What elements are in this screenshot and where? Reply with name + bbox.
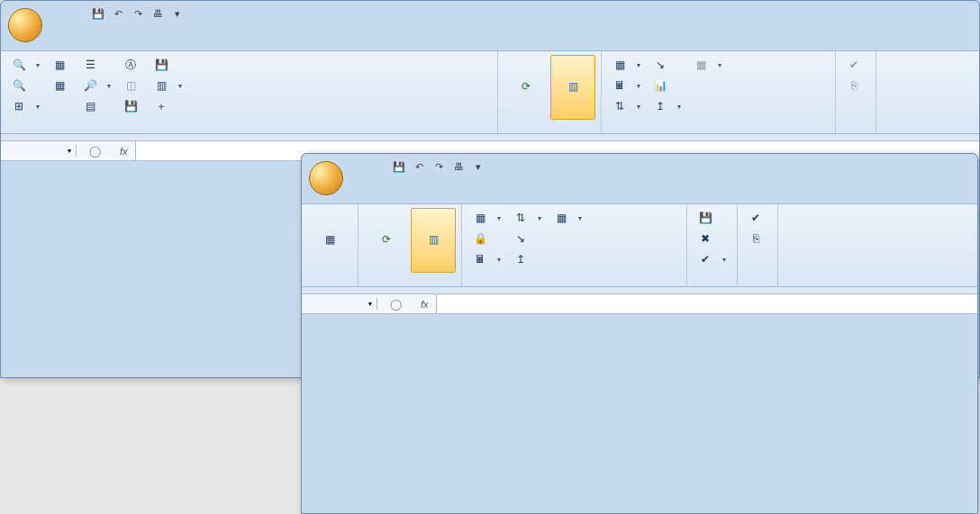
qat-more-icon[interactable]: ▾ [168, 5, 186, 23]
name-box-back[interactable]: ▾ [1, 145, 77, 157]
fx-icon[interactable]: fx [413, 299, 436, 310]
change-alias-button[interactable]: Ⓐ [118, 55, 147, 75]
refresh-button-front[interactable]: ⟳ [364, 208, 409, 273]
group-refresh-pov-front: ⟳ ▥ [358, 204, 462, 286]
group-data-front: ▦ 🔒 🖩 ⇅ ↘ ↥ ▦ [462, 204, 687, 286]
lock-button[interactable]: 🔒 [467, 229, 506, 248]
calculate-button-front[interactable]: 🖩 [467, 249, 506, 269]
smartform-icon: 💾 [154, 58, 168, 72]
cell-icon: ▦ [612, 58, 627, 72]
office-button-front[interactable] [309, 161, 343, 195]
copy-version-button-front[interactable]: ⎘ [743, 229, 772, 248]
redo-icon[interactable]: ↷ [129, 5, 147, 23]
adjust-button-back[interactable]: ⇅ [607, 96, 646, 116]
more-button-back: ▦ [688, 55, 727, 75]
cell-actions-button-back[interactable]: ▦ [607, 55, 646, 75]
calc-icon: 🖩 [473, 252, 487, 266]
title-bar-back: 💾 ↶ ↷ 🖶 ▾ [1, 1, 979, 26]
redo-icon[interactable]: ↷ [430, 158, 448, 176]
undo-icon[interactable]: ↶ [109, 5, 127, 23]
group-label-data-back [607, 130, 830, 131]
cell-actions-button-front[interactable]: ▦ [467, 208, 506, 228]
ribbon-tabs-back [1, 26, 979, 51]
query-icon: 🔎 [83, 78, 97, 93]
submit-button-back[interactable]: ↥ [648, 96, 686, 116]
copy-version-button-back: ⎘ [841, 76, 870, 95]
refresh-button-back[interactable]: ⟳ [504, 55, 549, 120]
copy-icon: ⎘ [847, 78, 861, 93]
fx-cancel-icon[interactable]: ◯ [87, 144, 102, 158]
namebox-dd-icon: ▾ [68, 147, 71, 155]
ribbon-back: 🔍 🔍 ⊞ ▦ ▦ ☰ 🔎 ▤ Ⓐ ◫ 💾 [1, 51, 979, 134]
group-workflow-front: ✔ ⎘ [738, 204, 778, 286]
save-adhoc-button[interactable]: 💾 [118, 96, 147, 116]
remove-icon: ▦ [52, 78, 67, 93]
clear-icon: ✖ [698, 231, 712, 246]
save-icon[interactable]: 💾 [390, 158, 408, 176]
pov-button-back[interactable]: ▥ [550, 55, 595, 120]
group-refresh-pov: ⟳ ▥ [498, 51, 602, 133]
query-button[interactable]: 🔎 [77, 76, 116, 95]
title-bar-front: 💾 ↶ ↷ 🖶 ▾ [302, 154, 977, 179]
more-button-front[interactable]: ▦ [549, 208, 587, 228]
clear-format-button[interactable]: ✖ [693, 229, 731, 248]
preserve-icon: ▤ [83, 99, 97, 113]
submit-button-front[interactable]: ↥ [508, 249, 547, 269]
pov-icon: ▥ [558, 72, 587, 101]
insert-attr-button[interactable]: ＋ [149, 96, 187, 116]
qat-more-icon[interactable]: ▾ [469, 158, 487, 176]
preserve-format-button[interactable]: ▤ [77, 96, 116, 116]
keep-icon: ▦ [52, 58, 67, 72]
smart-slice-button: ◫ [118, 76, 147, 95]
adjust-icon: ⇅ [513, 211, 528, 225]
copy-icon: ⎘ [749, 231, 763, 246]
pov-button-front[interactable]: ▥ [411, 208, 456, 273]
group-label-adhoc [307, 283, 352, 284]
formula-input-front[interactable] [436, 294, 977, 313]
more-icon: ▦ [694, 58, 708, 72]
approvals-icon: ✔ [847, 58, 861, 72]
cascade-button[interactable]: ▥ [149, 76, 187, 95]
zoom-in-button[interactable]: 🔍 [6, 55, 45, 75]
approvals-button-back: ✔ [841, 55, 870, 75]
drill-button-front[interactable]: ↘ [508, 229, 547, 248]
drill-button-back[interactable]: ↘ [648, 55, 686, 75]
member-selection-button[interactable]: ☰ [77, 55, 116, 75]
zoom-out-button[interactable]: 🔍 [6, 76, 45, 95]
office-button[interactable] [8, 8, 42, 42]
save-icon[interactable]: 💾 [89, 5, 107, 23]
ribbon-tabs-front [302, 179, 977, 204]
attr-icon: ＋ [154, 99, 168, 113]
remove-only-button[interactable]: ▦ [47, 76, 76, 95]
undo-icon[interactable]: ↶ [410, 158, 428, 176]
apply-icon: ✔ [698, 252, 712, 266]
name-box-front[interactable]: ▾ [302, 298, 377, 310]
submit-icon: ↥ [653, 99, 667, 113]
visualize-button-back[interactable]: 📊 [648, 76, 686, 95]
viz-icon: 📊 [653, 78, 667, 93]
ribbon-front: ▦ ⟳ ▥ ▦ 🔒 🖩 ⇅ ↘ ↥ [302, 204, 977, 287]
group-label-formatting [693, 283, 731, 284]
adjust-button-front[interactable]: ⇅ [508, 208, 547, 228]
qat-back: 💾 ↶ ↷ 🖶 ▾ [89, 5, 186, 23]
save-smartform-button[interactable]: 💾 [149, 55, 187, 75]
refresh-icon: ⟳ [372, 225, 401, 254]
save-format-button[interactable]: 💾 [693, 208, 731, 228]
zoom-in-icon: 🔍 [12, 58, 26, 72]
approvals-icon: ✔ [749, 211, 763, 225]
pivot-button[interactable]: ⊞ [6, 96, 45, 116]
fx-icon[interactable]: fx [113, 146, 135, 157]
apply-format-button[interactable]: ✔ [693, 249, 731, 269]
print-icon[interactable]: 🖶 [449, 158, 467, 176]
keep-only-button[interactable]: ▦ [47, 55, 76, 75]
group-data-back: ▦ 🖩 ⇅ ↘ 📊 ↥ ▦ [602, 51, 836, 133]
submit-icon: ↥ [513, 252, 528, 266]
formula-bar-front: ▾ ◯ fx [302, 294, 977, 314]
cascade-icon: ▥ [154, 78, 168, 93]
print-icon[interactable]: 🖶 [149, 5, 167, 23]
qat-front: 💾 ↶ ↷ 🖶 ▾ [390, 158, 487, 176]
analyze-button[interactable]: ▦ [307, 208, 352, 273]
calculate-button-back[interactable]: 🖩 [607, 76, 646, 95]
approvals-button-front[interactable]: ✔ [743, 208, 772, 228]
fx-cancel-icon[interactable]: ◯ [388, 297, 403, 311]
